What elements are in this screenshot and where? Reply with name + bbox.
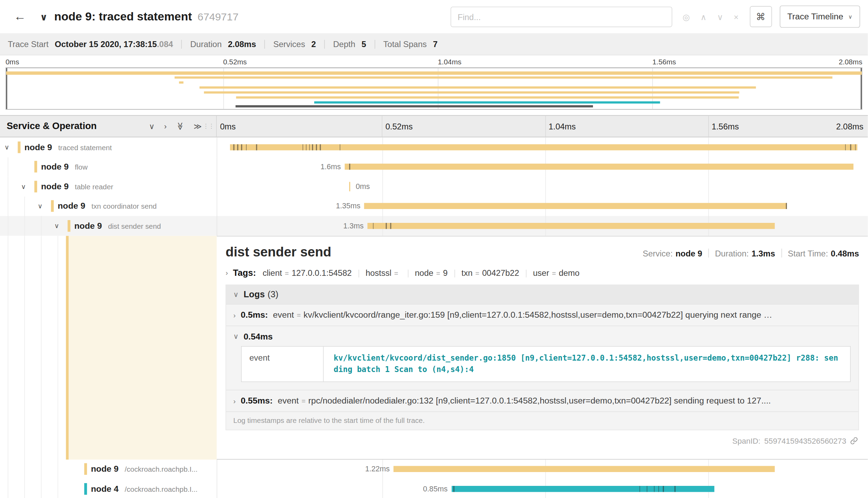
span-duration-label: 0ms	[351, 182, 370, 191]
expand-all-icon[interactable]: ≫	[194, 123, 202, 130]
collapse-span-chevron-icon[interactable]: ∨	[21, 183, 26, 190]
timeline-gridline	[382, 176, 383, 196]
collapse-one-icon[interactable]: ∨	[149, 123, 154, 130]
collapse-span-chevron-icon[interactable]: ∨	[5, 143, 9, 151]
log-marker-tick	[850, 144, 851, 150]
operation-name: traced statement	[58, 143, 112, 152]
span-bar[interactable]	[345, 164, 853, 170]
trace-view-dropdown[interactable]: Trace Timeline ∨	[780, 6, 860, 28]
logs-label: Logs	[243, 289, 265, 299]
span-bar[interactable]	[367, 223, 775, 229]
minimap-scroll-indicator[interactable]	[236, 105, 593, 107]
span-bar[interactable]	[349, 182, 351, 191]
span-detail-panel: dist sender send Service:node 9Duration:…	[217, 236, 868, 459]
span-meta-value: node 9	[675, 248, 702, 258]
find-input[interactable]	[450, 6, 672, 27]
tag-item: client=127.0.0.1:54582	[263, 268, 352, 277]
clear-search-icon[interactable]: ×	[734, 12, 738, 21]
tag-value: 00427b22	[482, 268, 519, 277]
span-row-text: node 4/cockroach.roachpb.I...	[91, 484, 197, 494]
timeline-tick-label: 0.52ms	[386, 121, 413, 131]
span-bar[interactable]	[230, 144, 858, 150]
log-entry-expanded-header[interactable]: ∨0.54ms	[226, 325, 859, 345]
keyboard-shortcuts-button[interactable]: ⌘	[750, 6, 772, 27]
expand-one-icon[interactable]: ›	[164, 123, 167, 130]
column-resize-handle[interactable]: ⋮⋮	[203, 123, 214, 130]
summary-value: 2.08ms	[228, 39, 256, 49]
tag-equals: =	[285, 270, 289, 277]
log-marker-tick	[786, 203, 787, 209]
log-equals: =	[297, 311, 301, 319]
summary-label: Services	[273, 39, 308, 49]
span-bar[interactable]	[364, 203, 787, 209]
span-row[interactable]: node 4/cockroach.roachpb.I...0.85ms	[0, 479, 868, 498]
span-meta-item: Service:node 9	[643, 248, 702, 258]
divider	[454, 270, 455, 277]
span-row-text: node 9flow	[41, 162, 88, 172]
collapse-header-chevron-icon[interactable]: ∨	[40, 12, 47, 24]
log-marker-tick	[845, 144, 846, 150]
link-icon[interactable]	[850, 437, 858, 444]
logs-header[interactable]: ∨ Logs (3)	[226, 285, 859, 304]
span-row[interactable]: node 9/cockroach.roachpb.I...1.22ms	[0, 459, 868, 479]
trace-title-group: ∨ node 9: traced statement 6749717	[32, 10, 451, 23]
log-marker-tick	[256, 144, 257, 150]
selected-span-guide-bar	[66, 236, 69, 459]
indent-guide	[41, 216, 42, 236]
collapse-all-icon[interactable]: ≫	[176, 122, 184, 130]
span-row[interactable]: ∨node 9txn coordinator send1.35ms	[0, 196, 868, 216]
log-marker-tick	[233, 144, 234, 150]
chevron-right-icon: ›	[233, 311, 236, 319]
divider	[374, 39, 375, 48]
next-result-icon[interactable]: ∨	[717, 12, 723, 21]
minimap-canvas[interactable]	[6, 67, 862, 110]
prev-result-icon[interactable]: ∧	[700, 12, 707, 21]
indent-guide	[24, 196, 25, 216]
span-row[interactable]: ∨node 9dist sender send1.3ms	[0, 216, 868, 236]
span-row[interactable]: ∨node 9table reader0ms	[0, 176, 868, 196]
log-marker-tick	[246, 144, 247, 150]
chevron-right-icon: ›	[233, 397, 236, 405]
log-marker-tick	[312, 144, 313, 150]
tag-equals: =	[394, 270, 398, 277]
tag-equals: =	[475, 270, 479, 277]
page-title: node 9: traced statement	[54, 10, 192, 23]
log-entry[interactable]: ›0.5ms:event=kv/kvclient/kvcoord/range_i…	[226, 304, 859, 325]
trace-summary-bar: Trace Start October 15 2020, 17:38:15.08…	[0, 33, 868, 55]
operation-name: dist sender send	[108, 222, 161, 230]
span-meta-label: Start Time:	[788, 248, 828, 258]
span-detail-title: dist sender send	[225, 244, 331, 260]
timeline-tick-label: 2.08ms	[836, 121, 863, 131]
span-row[interactable]: ∨node 9traced statement	[0, 137, 868, 157]
back-button[interactable]: ←	[8, 4, 32, 29]
service-color-bar	[84, 483, 87, 495]
span-row-label-cell: ∨node 9txn coordinator send	[0, 196, 217, 216]
span-bar[interactable]	[393, 466, 775, 472]
logs-count: (3)	[267, 289, 278, 299]
timeline-gridline	[545, 116, 546, 137]
service-name: node 9	[57, 201, 85, 211]
tag-key: client	[263, 268, 282, 277]
operation-name: table reader	[75, 183, 113, 191]
tags-row[interactable]: › Tags: client=127.0.0.1:54582hostssl=no…	[225, 268, 859, 278]
span-detail-meta: Service:node 9Duration:1.3msStart Time:0…	[643, 248, 859, 258]
span-meta-label: Duration:	[715, 248, 749, 258]
span-row-label-cell: node 9/cockroach.roachpb.I...	[0, 459, 217, 479]
log-marker-tick	[309, 144, 310, 150]
span-row-label-cell: node 9flow	[0, 157, 217, 177]
span-meta-item: Start Time:0.48ms	[788, 248, 859, 258]
collapse-span-chevron-icon[interactable]: ∨	[38, 202, 43, 210]
span-row-label-cell: ∨node 9traced statement	[0, 137, 217, 157]
span-row[interactable]: node 9flow1.6ms	[0, 157, 868, 177]
span-id-label: SpanID:	[732, 436, 760, 445]
trace-id: 6749717	[197, 11, 238, 23]
indent-guide	[41, 459, 42, 479]
summary-item: Duration 2.08ms	[190, 39, 256, 49]
timeline-gridline	[708, 176, 709, 196]
divider	[324, 39, 325, 48]
log-entry[interactable]: ›0.55ms:event=rpc/nodedialer/nodedialer.…	[226, 390, 859, 411]
timeline-tick-label: 1.04ms	[549, 121, 576, 131]
minimap-tick-label: 0.52ms	[223, 57, 247, 66]
collapse-span-chevron-icon[interactable]: ∨	[54, 222, 59, 229]
span-row-text: node 9txn coordinator send	[57, 201, 157, 211]
